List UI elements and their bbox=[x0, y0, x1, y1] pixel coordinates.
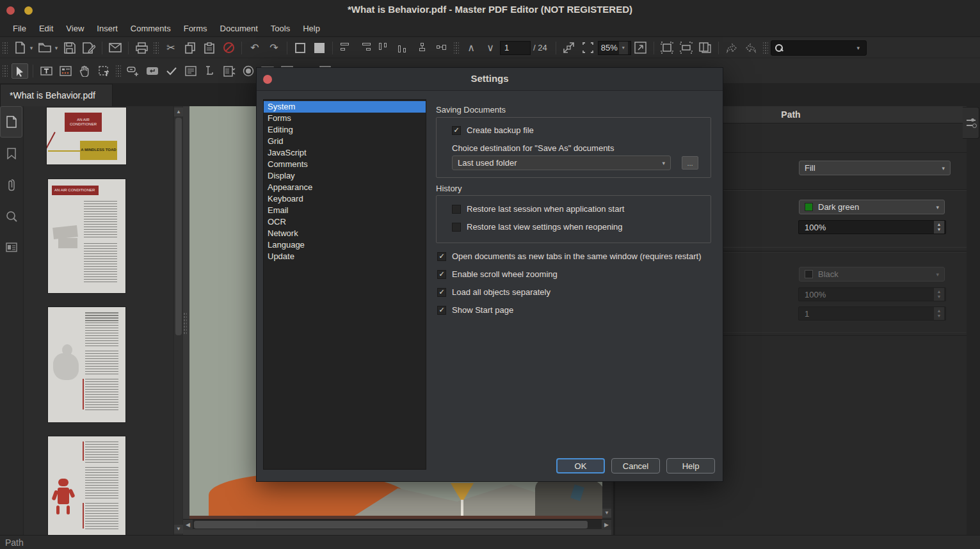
settings-category-grid[interactable]: Grid bbox=[264, 136, 426, 147]
list-box-tool-icon[interactable] bbox=[221, 63, 237, 79]
checkbox[interactable] bbox=[452, 126, 461, 135]
settings-category-appearance[interactable]: Appearance bbox=[264, 182, 426, 193]
undo-icon[interactable]: ↶ bbox=[246, 40, 263, 56]
cancel-button[interactable]: Cancel bbox=[611, 458, 660, 473]
align-bottom-icon[interactable] bbox=[395, 40, 412, 56]
search-input[interactable] bbox=[786, 43, 856, 52]
settings-category-javascript[interactable]: JavaScript bbox=[264, 147, 426, 159]
page-thumbnail-4[interactable] bbox=[48, 436, 125, 535]
search-panel-icon[interactable] bbox=[0, 200, 22, 232]
menu-insert[interactable]: Insert bbox=[90, 21, 124, 36]
checkbox[interactable] bbox=[437, 252, 446, 261]
two-page-view-icon[interactable] bbox=[697, 40, 714, 56]
new-document-dropdown-icon[interactable]: ▾ bbox=[28, 45, 35, 51]
save-as-icon[interactable] bbox=[81, 40, 97, 56]
layers-panel-icon[interactable] bbox=[0, 232, 22, 263]
checkbox[interactable] bbox=[437, 288, 446, 297]
signature-field-tool-icon[interactable] bbox=[202, 63, 218, 79]
open-as-tabs-option[interactable]: Open documents as new tabs in the same w… bbox=[437, 251, 701, 261]
center-horizontal-icon[interactable] bbox=[414, 40, 431, 56]
select-text-tool-icon[interactable] bbox=[95, 63, 112, 79]
scroll-right-icon[interactable]: ▶ bbox=[602, 520, 611, 530]
settings-category-system[interactable]: System bbox=[264, 101, 426, 113]
create-backup-option[interactable]: Create backup file bbox=[452, 125, 534, 135]
print-icon[interactable] bbox=[133, 40, 150, 56]
scrollbar-thumb[interactable] bbox=[175, 118, 182, 335]
align-right-icon[interactable] bbox=[357, 40, 373, 56]
page-thumbnail-3[interactable] bbox=[48, 307, 125, 422]
rotate-ccw-icon[interactable] bbox=[723, 40, 740, 56]
menu-edit[interactable]: Edit bbox=[33, 21, 60, 36]
page-number-input[interactable] bbox=[500, 41, 531, 55]
checkbox[interactable] bbox=[437, 306, 446, 315]
settings-category-ocr[interactable]: OCR bbox=[264, 216, 426, 228]
stroke-color-dropdown[interactable]: Dark green ▾ bbox=[799, 200, 945, 214]
toolbar-grip[interactable] bbox=[154, 41, 159, 55]
thumbnails-panel-icon[interactable] bbox=[0, 106, 22, 138]
settings-category-editing[interactable]: Editing bbox=[264, 124, 426, 136]
edit-forms-tool-icon[interactable] bbox=[57, 63, 74, 79]
document-tab[interactable]: *What is Behavior.pdf bbox=[0, 84, 113, 106]
toolbar-grip[interactable] bbox=[116, 64, 121, 78]
stroke-color-icon[interactable] bbox=[292, 40, 309, 56]
thumbnails-scrollbar[interactable]: ▲ ▼ bbox=[173, 106, 182, 535]
restrict-icon[interactable] bbox=[220, 40, 237, 56]
zoom-out-tool-icon[interactable] bbox=[561, 40, 577, 56]
select-tool-icon[interactable] bbox=[12, 63, 28, 79]
dialog-title-bar[interactable]: Settings bbox=[257, 68, 723, 91]
next-page-icon[interactable]: ∨ bbox=[482, 40, 499, 56]
page-thumbnail-2[interactable]: AN AIR CONDITIONER bbox=[48, 179, 125, 293]
save-icon[interactable] bbox=[61, 40, 78, 56]
rotate-cw-icon[interactable] bbox=[743, 40, 759, 56]
email-icon[interactable] bbox=[107, 40, 124, 56]
align-top-icon[interactable] bbox=[376, 40, 392, 56]
fill-mode-dropdown[interactable]: Fill ▾ bbox=[799, 161, 951, 175]
settings-category-network[interactable]: Network bbox=[264, 228, 426, 239]
toolbar-grip[interactable] bbox=[454, 41, 459, 55]
settings-category-email[interactable]: Email bbox=[264, 205, 426, 216]
search-dropdown-icon[interactable]: ▾ bbox=[855, 45, 862, 51]
toolbar-grip[interactable] bbox=[3, 41, 8, 55]
text-field-tool-icon[interactable] bbox=[182, 63, 199, 79]
save-as-destination-dropdown[interactable]: Last used folder ▾ bbox=[452, 155, 671, 170]
fullscreen-icon[interactable] bbox=[632, 40, 649, 56]
ok-button[interactable]: OK bbox=[556, 458, 605, 473]
cut-icon[interactable]: ✂ bbox=[163, 40, 179, 56]
search-box[interactable]: ▾ bbox=[771, 40, 867, 56]
open-file-dropdown-icon[interactable]: ▾ bbox=[53, 45, 60, 51]
zoom-dropdown-icon[interactable]: ▾ bbox=[619, 42, 628, 54]
edit-text-tool-icon[interactable] bbox=[38, 63, 54, 79]
align-left-icon[interactable] bbox=[337, 40, 354, 56]
button-tool-icon[interactable] bbox=[144, 63, 161, 79]
fit-width-icon[interactable] bbox=[678, 40, 695, 56]
menu-tools[interactable]: Tools bbox=[264, 21, 296, 36]
settings-category-display[interactable]: Display bbox=[264, 170, 426, 182]
open-file-icon[interactable] bbox=[36, 40, 53, 56]
settings-category-update[interactable]: Update bbox=[264, 251, 426, 262]
redo-icon[interactable]: ↷ bbox=[266, 40, 282, 56]
checkbox[interactable] bbox=[437, 270, 446, 279]
scroll-down-icon[interactable]: ▼ bbox=[602, 509, 611, 518]
paste-icon[interactable] bbox=[201, 40, 218, 56]
radio-button-tool-icon[interactable] bbox=[240, 63, 257, 79]
toolbar-grip[interactable] bbox=[763, 41, 768, 55]
spinner-arrows-icon[interactable]: ▲▼ bbox=[934, 221, 944, 234]
scroll-up-icon[interactable]: ▲ bbox=[174, 107, 183, 116]
stroke-opacity-spinner[interactable]: 100% ▲▼ bbox=[798, 220, 946, 234]
toolbar-grip[interactable] bbox=[3, 64, 8, 78]
zoom-level-combo[interactable]: 85% ▾ bbox=[598, 41, 631, 55]
fit-page-icon[interactable] bbox=[659, 40, 675, 56]
menu-forms[interactable]: Forms bbox=[177, 21, 214, 36]
settings-category-forms[interactable]: Forms bbox=[264, 113, 426, 124]
zoom-selection-icon[interactable] bbox=[580, 40, 597, 56]
attachments-panel-icon[interactable] bbox=[0, 169, 22, 200]
help-button[interactable]: Help bbox=[666, 458, 715, 473]
settings-category-comments[interactable]: Comments bbox=[264, 159, 426, 170]
copy-icon[interactable] bbox=[182, 40, 198, 56]
scroll-wheel-zoom-option[interactable]: Enable scroll wheel zooming bbox=[437, 269, 558, 279]
bookmarks-panel-icon[interactable] bbox=[0, 138, 22, 169]
checkbox[interactable] bbox=[452, 205, 461, 214]
checkbox[interactable] bbox=[452, 223, 461, 232]
document-horizontal-scrollbar[interactable]: ◀ ▶ bbox=[183, 519, 611, 529]
settings-category-keyboard[interactable]: Keyboard bbox=[264, 193, 426, 205]
